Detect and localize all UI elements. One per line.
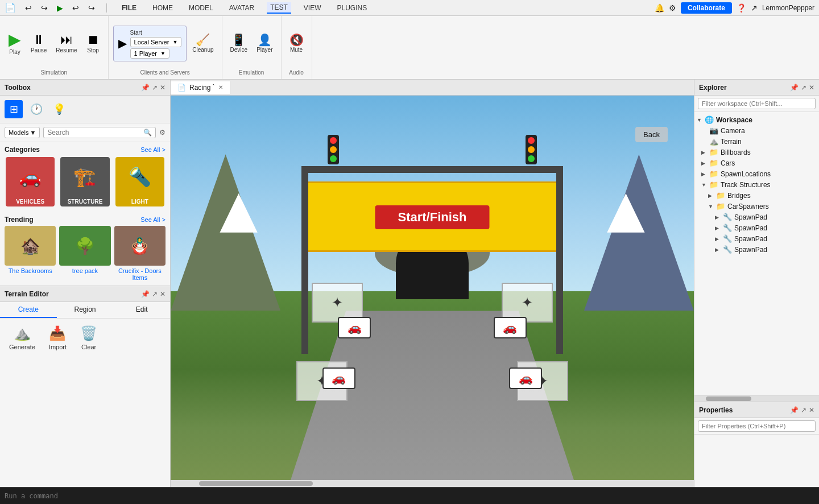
stop-button[interactable]: ⏹ Stop [83,31,104,56]
cleanup-button[interactable]: 🧹 Cleanup [189,32,217,55]
billboards-arrow: ▶ [701,150,707,155]
menu-view[interactable]: VIEW [300,3,325,13]
terrain-pin-icon[interactable]: 📌 [141,290,150,298]
toolbox-bulb-btn[interactable]: 💡 [50,100,68,118]
player-icon: 👤 [258,34,272,46]
simulation-section: ▶ Play ⏸ Pause ⏭ Resume ⏹ Stop Simulatio… [0,16,109,79]
player-button[interactable]: 👤 Player [253,32,276,55]
properties-panel: Properties 📌 ↗ ✕ [694,402,819,487]
tree-bridges[interactable]: ▶ 📁 Bridges [694,190,819,201]
explorer-pin-icon[interactable]: 📌 [790,84,799,92]
tree-spawnlocations[interactable]: ▶ 📁 SpawnLocations [694,168,819,179]
menu-avatar[interactable]: AVATAR [226,3,258,13]
properties-pin-icon[interactable]: 📌 [790,406,799,414]
server-dropdown[interactable]: Local Server ▼ [130,37,182,47]
category-light[interactable]: 🔦 LIGHT [114,156,166,208]
pause-button[interactable]: ⏸ Pause [27,31,50,56]
tree-spawnpad-2[interactable]: ▶ 🔧 SpawnPad [694,222,819,233]
tree-spawnpad-4[interactable]: ▶ 🔧 SpawnPad [694,244,819,255]
tab-create[interactable]: Create [0,302,57,318]
toolbox-clock-btn[interactable]: 🕐 [27,100,46,118]
menu-home[interactable]: HOME [149,3,176,13]
back-button[interactable]: Back [635,127,668,142]
search-input[interactable] [47,129,143,137]
command-input[interactable] [5,492,814,500]
tree-cars[interactable]: ▶ 📁 Cars [694,158,819,168]
play-button[interactable]: ▶ Play [5,30,25,57]
mute-button[interactable]: 🔇 Mute [286,32,307,55]
players-dropdown[interactable]: 1 Player ▼ [130,48,169,59]
resume-button[interactable]: ⏭ Resume [52,31,80,56]
models-dropdown[interactable]: Models ▼ [5,127,40,138]
notification-icon[interactable]: 🔔 [655,3,664,13]
terrain-title: Terrain Editor [5,290,49,298]
categories-see-all[interactable]: See All > [140,146,166,153]
tree-carspawners[interactable]: ▼ 📁 CarSpawners [694,201,819,212]
toolbox-pin-icon[interactable]: 📌 [141,84,150,92]
trending-backrooms[interactable]: 🏚️ The Backrooms [5,226,56,281]
explorer-title: Explorer [699,84,727,92]
toolbar: ▶ Play ⏸ Pause ⏭ Resume ⏹ Stop Simulatio… [0,16,819,80]
viewport-canvas[interactable]: Start/Finish 🚗 🚗 [171,96,694,487]
menu-plugins[interactable]: PLUGINS [333,3,370,13]
tree-trackstructures[interactable]: ▼ 📁 Track Structures [694,179,819,190]
vehicles-thumb: 🚗 [6,157,55,197]
vehicles-label: VEHICLES [6,197,55,206]
terrain-clear[interactable]: 🗑️ Clear [80,325,97,350]
explorer-scrollbar[interactable] [694,395,819,402]
properties-filter-input[interactable] [698,420,816,432]
bridges-icon: 📁 [716,191,725,200]
search-icon: 🔍 [143,129,152,137]
explorer-detach-icon[interactable]: ↗ [801,84,806,92]
menu-model[interactable]: MODEL [185,3,217,13]
explorer-filter-input[interactable] [698,98,816,109]
properties-header: Properties 📌 ↗ ✕ [694,402,819,418]
generate-icon: ⛰️ [14,325,31,341]
filter-icon[interactable]: ⚙ [159,129,166,137]
tree-camera[interactable]: 📷 Camera [694,125,819,136]
properties-detach-icon[interactable]: ↗ [801,406,806,414]
spawnpad1-icon: 🔧 [723,213,732,221]
tab-racing-close[interactable]: ✕ [218,84,223,90]
terrain-generate[interactable]: ⛰️ Generate [9,325,35,350]
menu-file[interactable]: FILE [118,3,140,13]
settings-icon[interactable]: ⚙ [669,3,676,13]
trending-see-all[interactable]: See All > [140,216,166,223]
tree-billboards[interactable]: ▶ 📁 Billboards [694,147,819,158]
menu-test[interactable]: TEST [267,2,291,14]
carspawners-arrow: ▼ [708,204,714,209]
clear-label: Clear [81,344,96,350]
tab-edit[interactable]: Edit [113,302,170,318]
share-icon[interactable]: ↗ [751,3,758,13]
trackstructures-arrow: ▼ [701,182,707,188]
terrain-import[interactable]: 📥 Import [49,325,67,350]
trending-crucifix[interactable]: 🪆 Crucifix - Doors Items [114,226,166,281]
trending-tree-pack[interactable]: 🌳 tree pack [59,226,110,281]
toolbox-detach-icon[interactable]: ↗ [152,84,158,92]
toolbox-close-icon[interactable]: ✕ [160,84,166,92]
category-vehicles[interactable]: 🚗 VEHICLES [5,156,56,208]
terrain-close-icon[interactable]: ✕ [160,290,166,298]
tree-spawnpad-1[interactable]: ▶ 🔧 SpawnPad [694,212,819,222]
tree-terrain[interactable]: ⛰️ Terrain [694,136,819,147]
light-green-right [528,155,535,162]
properties-close-icon[interactable]: ✕ [809,406,814,414]
trackstructures-icon: 📁 [709,180,718,189]
stop-icon: ⏹ [87,34,100,46]
collaborate-button[interactable]: Collaborate [681,2,732,14]
device-button[interactable]: 📱 Device [227,32,251,55]
explorer-close-icon[interactable]: ✕ [809,84,814,92]
start-button[interactable]: ▶ Start Local Server ▼ 1 Player ▼ [113,26,187,61]
viewport-scrollbar[interactable] [171,480,694,487]
tab-region[interactable]: Region [57,302,114,318]
stop-label: Stop [87,47,99,53]
tree-workspace[interactable]: ▼ 🌐 Workspace [694,114,819,125]
viewport-tab-bar: 📄 Racing ` ✕ [171,80,694,96]
terrain-detach-icon[interactable]: ↗ [152,290,158,298]
toolbox-grid-btn[interactable]: ⊞ [5,100,23,118]
emulation-buttons: 📱 Device 👤 Player [227,19,276,67]
tree-spawnpad-3[interactable]: ▶ 🔧 SpawnPad [694,233,819,244]
help-icon[interactable]: ❓ [737,3,746,13]
category-structure[interactable]: 🏗️ STRUCTURE [59,156,110,208]
viewport-tab-racing[interactable]: 📄 Racing ` ✕ [171,81,230,94]
